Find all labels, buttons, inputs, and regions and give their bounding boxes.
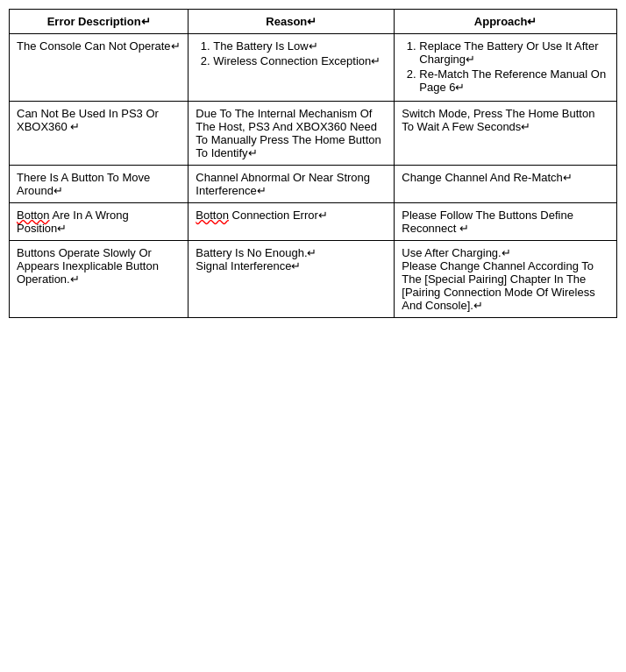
table-header-row: Error Description↵ Reason↵ Approach↵ bbox=[10, 10, 617, 34]
reason-text-2: Due To The Internal Mechanism Of The Hos… bbox=[196, 107, 381, 159]
approach-cell-3: Change Channel And Re-Match↵ bbox=[395, 166, 617, 203]
reason-text-4: Connection Error↵ bbox=[232, 209, 328, 222]
reason-cell-1: The Battery Is Low↵ Wireless Connection … bbox=[189, 34, 395, 102]
approach-cell-1: Replace The Battery Or Use It After Char… bbox=[395, 34, 617, 102]
approach-text-4: Please Follow The Buttons Define Reconne… bbox=[402, 209, 573, 235]
header-error-description: Error Description↵ bbox=[10, 10, 189, 34]
error-cell-3: There Is A Button To Move Around↵ bbox=[10, 166, 189, 203]
error-text-3: There Is A Button To Move Around↵ bbox=[17, 171, 150, 197]
approach-cell-2: Switch Mode, Press The Home Button To Wa… bbox=[395, 102, 617, 166]
error-text-1: The Console Can Not Operate↵ bbox=[17, 39, 181, 53]
reason-cell-4: Botton Connection Error↵ bbox=[189, 203, 395, 241]
reason-text-3: Channel Abnormal Or Near Strong Interfer… bbox=[196, 171, 370, 197]
table-row: There Is A Button To Move Around↵ Channe… bbox=[10, 166, 617, 203]
table-row: The Console Can Not Operate↵ The Battery… bbox=[10, 34, 617, 102]
reason-cell-3: Channel Abnormal Or Near Strong Interfer… bbox=[189, 166, 395, 203]
error-cell-2: Can Not Be Used In PS3 Or XBOX360 ↵ bbox=[10, 102, 189, 166]
table-row: Buttons Operate Slowly Or Appears Inexpl… bbox=[10, 241, 617, 318]
error-table-container: Error Description↵ Reason↵ Approach↵ The… bbox=[9, 9, 617, 318]
reason-redline-4: Botton bbox=[196, 209, 229, 222]
error-table: Error Description↵ Reason↵ Approach↵ The… bbox=[9, 9, 617, 318]
error-text-5: Buttons Operate Slowly Or Appears Inexpl… bbox=[17, 246, 159, 286]
approach-item-1-1: Replace The Battery Or Use It After Char… bbox=[419, 39, 609, 66]
header-reason: Reason↵ bbox=[189, 10, 395, 34]
approach-text-2: Switch Mode, Press The Home Button To Wa… bbox=[402, 107, 594, 133]
error-cell-4: Botton Are In A Wrong Position↵ bbox=[10, 203, 189, 241]
reason-cell-5: Battery Is No Enough.↵ Signal Interferen… bbox=[189, 241, 395, 318]
reason-cell-2: Due To The Internal Mechanism Of The Hos… bbox=[189, 102, 395, 166]
approach-cell-4: Please Follow The Buttons Define Reconne… bbox=[395, 203, 617, 241]
reason-item-5-1: Battery Is No Enough.↵ bbox=[196, 246, 317, 259]
error-cell-1: The Console Can Not Operate↵ bbox=[10, 34, 189, 102]
table-row: Botton Are In A Wrong Position↵ Botton C… bbox=[10, 203, 617, 241]
error-text-2: Can Not Be Used In PS3 Or XBOX360 ↵ bbox=[17, 107, 159, 133]
approach-cell-5: Use After Charging.↵ Please Change Chann… bbox=[395, 241, 617, 318]
approach-text-5: Use After Charging.↵ Please Change Chann… bbox=[402, 246, 594, 312]
reason-item-5-2: Signal Interference↵ bbox=[196, 259, 301, 272]
error-redline-4: Botton bbox=[17, 209, 50, 222]
reason-item-1-1: The Battery Is Low↵ bbox=[213, 39, 387, 53]
error-cell-5: Buttons Operate Slowly Or Appears Inexpl… bbox=[10, 241, 189, 318]
table-row: Can Not Be Used In PS3 Or XBOX360 ↵ Due … bbox=[10, 102, 617, 166]
approach-text-3: Change Channel And Re-Match↵ bbox=[402, 171, 573, 184]
reason-item-1-2: Wireless Connection Exception↵ bbox=[213, 54, 387, 67]
approach-item-1-2: Re-Match The Reference Manual On Page 6↵ bbox=[419, 67, 609, 94]
header-approach: Approach↵ bbox=[395, 10, 617, 34]
